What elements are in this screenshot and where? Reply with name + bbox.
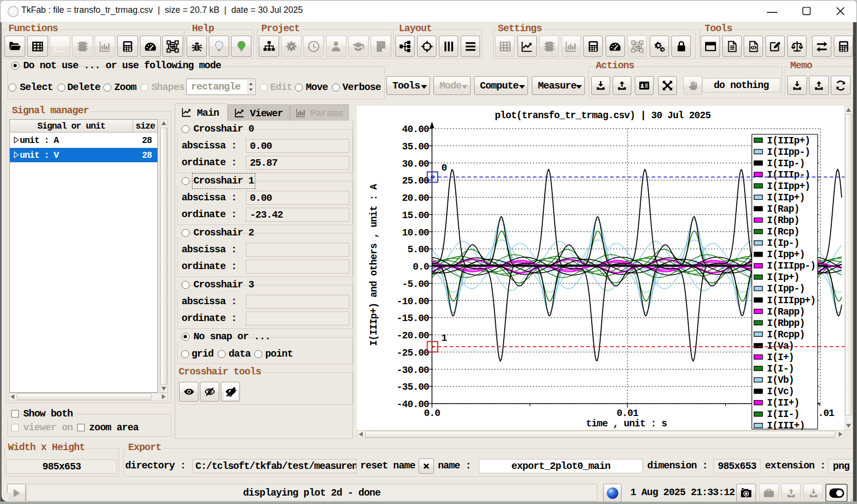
svg-text:-25.00: -25.00 xyxy=(397,348,429,359)
svg-text:35.00: 35.00 xyxy=(402,141,429,152)
svg-text:0.01: 0.01 xyxy=(617,408,638,419)
svg-text:10.00: 10.00 xyxy=(402,228,429,238)
svg-text:plot(transfo_tr_trmag.csv) | 3: plot(transfo_tr_trmag.csv) | 30 Jul 2025 xyxy=(495,110,711,121)
svg-text:I(I+): I(I+) xyxy=(767,352,794,363)
svg-text:I(IIIp-): I(IIIp-) xyxy=(767,170,810,181)
svg-text:time , unit : s: time , unit : s xyxy=(586,418,667,429)
svg-text:I(Ip+): I(Ip+) xyxy=(767,272,799,283)
svg-text:1: 1 xyxy=(441,333,447,344)
svg-text:I(Rbp): I(Rbp) xyxy=(767,215,799,226)
svg-text:I(IIp-): I(IIp-) xyxy=(767,158,805,169)
svg-text:5.00: 5.00 xyxy=(407,244,429,255)
svg-text:20.00: 20.00 xyxy=(402,193,429,204)
svg-text:-15.00: -15.00 xyxy=(397,313,429,324)
svg-text:0: 0 xyxy=(441,163,447,174)
svg-text:0.0: 0.0 xyxy=(413,262,429,273)
svg-text:-30.00: -30.00 xyxy=(397,365,429,376)
svg-text:-10.00: -10.00 xyxy=(397,296,429,307)
svg-text:-20.00: -20.00 xyxy=(397,330,429,341)
svg-text:.01: .01 xyxy=(818,408,834,419)
svg-text:25.00: 25.00 xyxy=(402,176,429,186)
svg-text:-35.00: -35.00 xyxy=(397,382,429,393)
svg-text:I(IIIp+): I(IIIp+) xyxy=(767,136,810,146)
svg-text:15.00: 15.00 xyxy=(402,210,429,221)
svg-text:I(Vc): I(Vc) xyxy=(767,386,794,397)
svg-text:I(IIIpp+): I(IIIpp+) xyxy=(767,295,815,306)
svg-text:I(I-): I(I-) xyxy=(767,364,794,374)
svg-text:0.0: 0.0 xyxy=(424,408,440,419)
svg-text:40.00: 40.00 xyxy=(402,124,429,135)
svg-text:I(Vb): I(Vb) xyxy=(767,375,794,386)
svg-text:I(IIp+): I(IIp+) xyxy=(767,192,805,203)
svg-text:I(Va): I(Va) xyxy=(767,341,794,352)
svg-text:I(IIIpp-): I(IIIpp-) xyxy=(767,261,815,272)
svg-text:I(Rapp): I(Rapp) xyxy=(767,307,805,318)
svg-text:I(Ipp+): I(Ipp+) xyxy=(767,249,805,260)
svg-text:I(II+): I(II+) xyxy=(767,398,799,409)
svg-text:I(Rbpp): I(Rbpp) xyxy=(767,318,805,329)
svg-text:I(IIIp+) and others , unit : A: I(IIIp+) and others , unit : A xyxy=(369,183,380,346)
svg-text:I(III+): I(III+) xyxy=(767,420,805,430)
svg-text:-5.00: -5.00 xyxy=(402,279,429,290)
svg-text:I(Rcp): I(Rcp) xyxy=(767,227,799,237)
svg-text:30.00: 30.00 xyxy=(402,159,429,170)
svg-text:I(Rcpp): I(Rcpp) xyxy=(767,329,805,340)
svg-text:I(II-): I(II-) xyxy=(767,409,799,420)
svg-text:I(Ipp-): I(Ipp-) xyxy=(767,283,805,294)
svg-text:I(Rap): I(Rap) xyxy=(767,204,799,215)
svg-text:I(IIpp+): I(IIpp+) xyxy=(767,181,810,192)
svg-text:I(IIpp-): I(IIpp-) xyxy=(767,147,810,158)
svg-text:I(Ip-): I(Ip-) xyxy=(767,238,799,249)
